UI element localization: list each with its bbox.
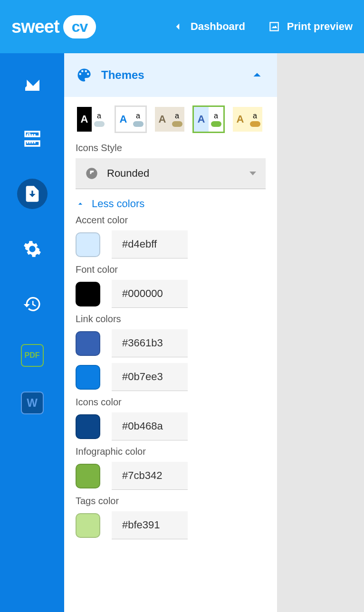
ruler-icon: A [23, 129, 42, 148]
color-input[interactable] [112, 412, 188, 440]
color-row [76, 363, 266, 391]
color-swatch[interactable] [76, 464, 100, 488]
app-header: sweet cv Dashboard Print preview [0, 0, 364, 53]
color-row [76, 511, 266, 539]
icons-style-select[interactable]: Rounded [76, 158, 266, 189]
panel-header[interactable]: Themes [64, 53, 277, 97]
sidebar-design-icon[interactable] [17, 68, 48, 99]
theme-thumb-0[interactable]: Aa [76, 105, 108, 133]
document-upload-icon [23, 184, 42, 203]
color-swatch[interactable] [76, 232, 100, 257]
dashboard-label: Dashboard [191, 20, 245, 33]
logo-text: sweet [11, 17, 59, 37]
chevron-up-icon [76, 199, 85, 209]
theme-right: a [131, 107, 145, 132]
chevron-left-icon [172, 20, 184, 33]
color-group-label: Icons color [76, 397, 266, 408]
theme-thumb-4[interactable]: Aa [231, 105, 264, 133]
color-input[interactable] [112, 462, 188, 490]
color-input[interactable] [112, 511, 188, 539]
dashboard-button[interactable]: Dashboard [172, 20, 245, 33]
color-swatch[interactable] [76, 513, 100, 538]
theme-small-a: a [136, 112, 140, 120]
svg-text:A: A [27, 130, 31, 137]
word-label: W [27, 396, 38, 410]
icons-style-label: Icons Style [76, 143, 266, 153]
themes-panel: Themes AaAaAaAaAa Icons Style Rounded Le… [64, 53, 277, 612]
color-row [76, 230, 266, 258]
theme-pill [94, 121, 105, 127]
theme-pill [172, 121, 182, 127]
icons-style-value: Rounded [107, 167, 241, 180]
theme-thumb-3[interactable]: Aa [192, 105, 225, 133]
less-colors-label: Less colors [92, 198, 144, 210]
theme-thumb-2[interactable]: Aa [153, 105, 186, 133]
color-row [76, 462, 266, 490]
less-colors-toggle[interactable]: Less colors [76, 198, 266, 210]
sidebar-export-icon[interactable] [17, 179, 48, 209]
sidebar-settings-icon[interactable] [17, 234, 48, 264]
pdf-label: PDF [25, 351, 40, 360]
logo[interactable]: sweet cv [11, 15, 96, 38]
color-group-label: Tags color [76, 496, 266, 507]
preview-area [277, 53, 364, 612]
color-row [76, 412, 266, 440]
themes-section: AaAaAaAaAa Icons Style Rounded Less colo… [64, 97, 277, 554]
print-preview-button[interactable]: Print preview [268, 20, 353, 33]
theme-left: A [116, 107, 131, 132]
color-row [76, 329, 266, 357]
svg-point-1 [86, 168, 97, 179]
theme-small-a: a [175, 112, 179, 120]
theme-small-a: a [253, 112, 257, 120]
theme-small-a: a [214, 112, 218, 120]
colors-list: Accent colorFont colorLink colorsIcons c… [76, 215, 266, 539]
sidebar-pdf-button[interactable]: PDF [21, 344, 44, 367]
flag-icon [85, 167, 98, 180]
color-row [76, 280, 266, 308]
sidebar-history-icon[interactable] [17, 289, 48, 319]
caret-down-icon [249, 172, 256, 175]
gear-icon [23, 239, 42, 258]
theme-pill [133, 121, 144, 127]
sidebar-word-button[interactable]: W [21, 392, 44, 414]
panel-title: Themes [101, 68, 240, 82]
theme-right: a [209, 107, 223, 132]
header-actions: Dashboard Print preview [172, 20, 353, 33]
theme-pill [250, 121, 260, 127]
theme-left: A [194, 107, 209, 132]
history-icon [23, 295, 42, 314]
palette-icon [76, 67, 93, 84]
color-swatch[interactable] [76, 365, 100, 390]
color-swatch[interactable] [76, 282, 100, 306]
image-icon [268, 20, 280, 33]
theme-left: A [77, 107, 92, 132]
theme-right: a [170, 107, 184, 132]
color-input[interactable] [112, 280, 188, 308]
main-layout: A PDF W Themes AaAaAaAaAa Icons Style [0, 53, 364, 612]
sidebar-ruler-icon[interactable]: A [17, 124, 48, 154]
color-input[interactable] [112, 230, 188, 258]
color-input[interactable] [112, 329, 188, 357]
theme-left: A [155, 107, 170, 132]
color-input[interactable] [112, 363, 188, 391]
chevron-up-icon [249, 67, 266, 84]
theme-left: A [233, 107, 248, 132]
theme-pill [211, 121, 221, 127]
color-group-label: Link colors [76, 314, 266, 325]
color-swatch[interactable] [76, 414, 100, 439]
palette-tool-icon [23, 74, 42, 93]
color-group-label: Font color [76, 264, 266, 275]
sidebar: A PDF W [0, 53, 64, 612]
theme-small-a: a [97, 112, 101, 120]
color-group-label: Accent color [76, 215, 266, 226]
themes-row: AaAaAaAaAa [76, 105, 266, 133]
color-group-label: Infographic color [76, 446, 266, 457]
theme-right: a [248, 107, 262, 132]
theme-thumb-1[interactable]: Aa [115, 105, 147, 133]
color-swatch[interactable] [76, 331, 100, 356]
theme-right: a [92, 107, 106, 132]
print-preview-label: Print preview [287, 20, 353, 33]
logo-badge: cv [63, 15, 96, 38]
